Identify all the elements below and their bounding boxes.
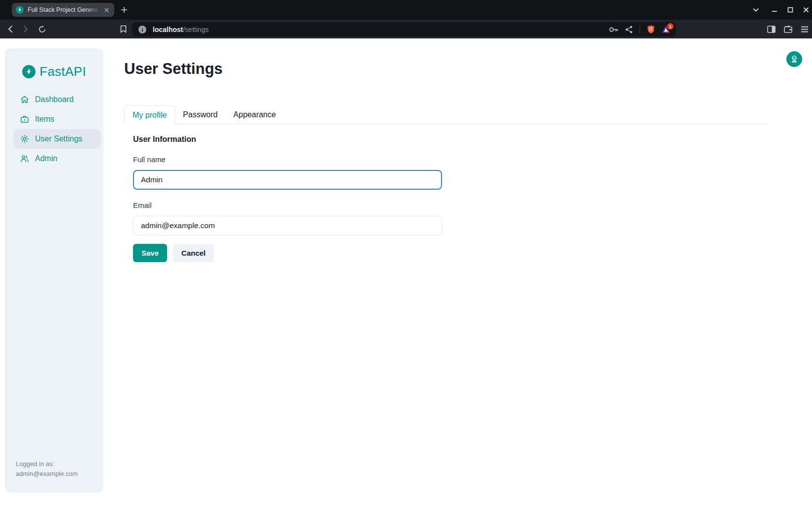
logged-in-label: Logged in as: [16, 459, 78, 469]
email-label: Email [133, 201, 478, 209]
gear-icon [20, 135, 29, 143]
email-input[interactable] [133, 216, 442, 236]
sidebar-item-user-settings[interactable]: User Settings [14, 129, 101, 149]
site-info-icon[interactable]: i [138, 26, 146, 34]
full-name-input[interactable] [133, 170, 442, 190]
home-icon [20, 95, 29, 104]
tab-close-icon[interactable] [102, 8, 110, 12]
page-content: FastAPI Dashboard [0, 38, 812, 505]
user-menu-button[interactable] [786, 51, 802, 67]
browser-tab[interactable]: Full Stack Project Genera [12, 3, 114, 17]
user-astronaut-icon [790, 55, 798, 63]
fastapi-logo: FastAPI [5, 64, 103, 79]
sidebar-item-label: Items [35, 115, 54, 124]
new-tab-button[interactable] [119, 5, 129, 15]
settings-tabs: My profile Password Appearance [124, 105, 767, 124]
window-minimize-button[interactable] [769, 4, 780, 16]
sidebar-toggle-icon[interactable] [766, 24, 777, 34]
logged-in-info: Logged in as: admin@example.com [16, 459, 78, 479]
browser-window: Full Stack Project Genera [0, 0, 812, 505]
sidebar-nav: Dashboard Items [5, 90, 103, 168]
users-icon [20, 154, 29, 163]
bookmark-icon[interactable] [118, 24, 129, 34]
cancel-button[interactable]: Cancel [173, 244, 214, 262]
logged-in-email: admin@example.com [16, 469, 78, 479]
rewards-badge: 1 [667, 23, 674, 30]
sidebar-item-label: User Settings [35, 135, 82, 143]
tab-title: Full Stack Project Genera [28, 6, 102, 13]
address-bar[interactable]: i localhost/settings [132, 22, 676, 36]
forward-button[interactable] [20, 24, 31, 34]
window-maximize-button[interactable] [784, 4, 796, 16]
tab-appearance[interactable]: Appearance [226, 105, 284, 124]
browser-tab-bar: Full Stack Project Genera [0, 0, 812, 20]
sidebar-item-admin[interactable]: Admin [14, 149, 100, 168]
sidebar: FastAPI Dashboard [5, 48, 103, 493]
tab-password[interactable]: Password [175, 105, 225, 124]
full-name-label: Full name [133, 155, 478, 164]
wallet-icon[interactable] [782, 24, 793, 34]
save-button[interactable]: Save [133, 244, 167, 262]
fastapi-bolt-icon [22, 65, 35, 78]
sidebar-item-label: Dashboard [35, 95, 73, 104]
brave-shields-icon[interactable] [647, 25, 655, 34]
back-button[interactable] [5, 24, 16, 34]
share-icon[interactable] [625, 26, 633, 34]
tab-search-icon[interactable] [750, 4, 762, 16]
logo-text: FastAPI [39, 64, 86, 79]
key-icon[interactable] [609, 27, 618, 33]
url-text[interactable]: localhost/settings [153, 26, 209, 34]
tab-my-profile[interactable]: My profile [124, 105, 175, 124]
reload-button[interactable] [36, 24, 47, 34]
sidebar-item-items[interactable]: Items [14, 109, 100, 129]
fastapi-favicon-icon [16, 6, 24, 14]
page-title: User Settings [124, 60, 223, 78]
section-title: User Information [133, 135, 478, 144]
brave-rewards-icon[interactable]: 1 [662, 26, 670, 33]
url-host: localhost [153, 26, 183, 34]
menu-icon[interactable] [799, 24, 810, 34]
briefcase-icon [20, 115, 29, 124]
sidebar-item-dashboard[interactable]: Dashboard [14, 90, 100, 109]
sidebar-item-label: Admin [35, 154, 57, 163]
window-close-button[interactable] [800, 4, 812, 16]
url-path: /settings [183, 26, 208, 34]
profile-panel: User Information Full name Email Save Ca… [133, 135, 478, 262]
toolbar-separator [640, 26, 640, 34]
